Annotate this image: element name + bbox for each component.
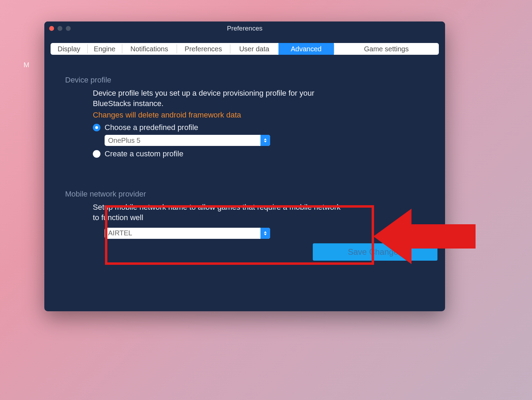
- tab-engine[interactable]: Engine: [87, 43, 122, 55]
- predefined-profile-select[interactable]: OnePlus 5: [105, 135, 270, 146]
- stepper-icon[interactable]: [260, 228, 270, 239]
- window-title: Preferences: [44, 25, 445, 32]
- predefined-profile-value: OnePlus 5: [105, 135, 260, 146]
- mobile-network-select[interactable]: AIRTEL: [105, 228, 270, 239]
- radio-custom-label: Create a custom profile: [105, 149, 183, 158]
- titlebar: Preferences: [44, 21, 445, 35]
- mobile-network-description: Setup mobile network name to allow games…: [93, 202, 342, 223]
- mobile-network-section: Mobile network provider Setup mobile net…: [65, 190, 424, 238]
- radio-custom[interactable]: [93, 150, 100, 158]
- background-letter: M: [24, 61, 29, 69]
- chevron-up-icon: [264, 138, 267, 140]
- tab-display[interactable]: Display: [51, 43, 87, 55]
- tab-bar: Display Engine Notifications Preferences…: [51, 43, 439, 55]
- stepper-icon[interactable]: [260, 135, 270, 146]
- maximize-icon[interactable]: [66, 26, 71, 31]
- traffic-lights: [44, 26, 71, 31]
- mobile-network-value: AIRTEL: [105, 228, 260, 239]
- tab-game-settings[interactable]: Game settings: [334, 43, 439, 55]
- tab-advanced[interactable]: Advanced: [278, 43, 334, 55]
- device-profile-warning: Changes will delete android framework da…: [93, 111, 424, 120]
- content-area: Device profile Device profile lets you s…: [44, 55, 445, 239]
- preferences-window: Preferences Display Engine Notifications…: [44, 21, 445, 311]
- tab-preferences[interactable]: Preferences: [177, 43, 230, 55]
- mobile-network-title: Mobile network provider: [65, 190, 424, 199]
- device-profile-section: Device profile Device profile lets you s…: [65, 76, 424, 158]
- chevron-up-icon: [264, 231, 267, 233]
- radio-custom-row[interactable]: Create a custom profile: [93, 149, 424, 158]
- tab-notifications[interactable]: Notifications: [122, 43, 177, 55]
- save-changes-button[interactable]: Save Changes: [313, 243, 437, 261]
- device-profile-description: Device profile lets you set up a device …: [93, 88, 342, 108]
- radio-predefined[interactable]: [93, 124, 100, 131]
- device-profile-title: Device profile: [65, 76, 424, 85]
- radio-predefined-label: Choose a predefined profile: [105, 123, 198, 132]
- chevron-down-icon: [264, 234, 267, 235]
- tab-user-data[interactable]: User data: [230, 43, 278, 55]
- chevron-down-icon: [264, 141, 267, 142]
- minimize-icon[interactable]: [57, 26, 62, 31]
- radio-predefined-row[interactable]: Choose a predefined profile: [93, 123, 424, 132]
- close-icon[interactable]: [49, 26, 54, 31]
